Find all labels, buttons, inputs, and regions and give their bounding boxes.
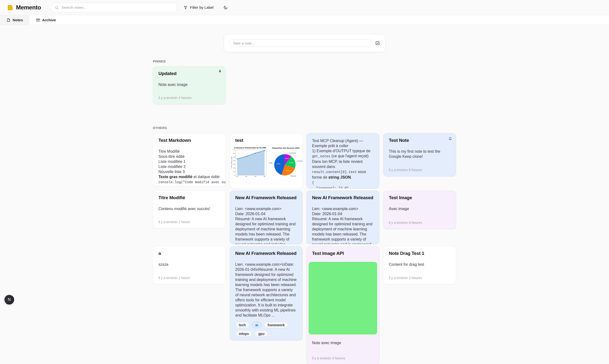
note-body: Contenu modifié avec succès! (158, 206, 220, 211)
notes-file-icon (7, 18, 10, 22)
note-body: szsza (158, 262, 220, 267)
tag-pill-framework[interactable]: framework (264, 322, 288, 328)
note-card-test-note[interactable]: Test Note This is my first note to test … (383, 133, 456, 176)
svg-text:Produits: Produits (269, 162, 272, 164)
svg-text:20.0%: 20.0% (289, 162, 293, 163)
pinned-section-label: PINNED (153, 60, 456, 63)
note-title: New AI Framework Released (312, 195, 374, 200)
svg-text:10: 10 (233, 171, 235, 172)
pin-icon[interactable] (218, 70, 222, 74)
svg-text:60: 60 (233, 153, 235, 154)
checkbox-icon (375, 41, 380, 46)
line-chart-image: 010203040506070Q1Q2Q3Q4Croissance Trimes… (231, 146, 268, 179)
app-title: Memento (16, 4, 41, 11)
note-tags: techaiframeworkmlopsgpu (235, 322, 297, 337)
svg-text:Répartition des Revenus 2024: Répartition des Revenus 2024 (272, 147, 299, 149)
filter-funnel-icon (184, 6, 188, 9)
tab-bar: Notes Archive (0, 15, 609, 25)
svg-text:Q2: Q2 (245, 176, 247, 177)
search-input[interactable] (61, 5, 173, 10)
svg-text:20: 20 (233, 167, 235, 169)
note-title: New AI Framework Released (235, 251, 297, 256)
tab-notes[interactable]: Notes (0, 15, 29, 25)
pie-chart-image: Répartition des Revenus 202445.0%Produit… (269, 146, 303, 179)
note-timestamp: il y a environ 1 heure (158, 217, 220, 224)
dark-mode-toggle[interactable] (223, 5, 228, 10)
tag-pill-ai[interactable]: ai (252, 322, 262, 328)
note-body: Note avec image (312, 340, 374, 345)
avatar-initial: N (8, 298, 11, 302)
note-card-drag-test[interactable]: Note Drag Test 1 Content for drag test i… (383, 246, 456, 284)
note-timestamp: il y a environ 6 heures (389, 165, 451, 172)
svg-text:Q1: Q1 (236, 176, 238, 177)
user-avatar[interactable]: N (4, 295, 14, 304)
search-box (51, 3, 177, 12)
svg-text:Licences: Licences (297, 160, 302, 162)
note-body: Test MCP Cleanup (Agent) — Exemple prêt … (312, 138, 374, 189)
note-card-a[interactable]: a szsza il y a environ 1 heure (153, 246, 226, 284)
note-timestamp: il y a environ 1 heure (158, 273, 220, 280)
note-title: a (158, 251, 220, 256)
note-card-updated[interactable]: Updated Note avec image il y a environ 4… (153, 66, 226, 104)
svg-text:70: 70 (233, 149, 235, 151)
note-title: Test Image API (312, 251, 374, 256)
note-card-test-markdown[interactable]: Test Markdown Titre ModifiéSous-titre éd… (153, 133, 226, 186)
tab-notes-label: Notes (13, 18, 23, 22)
note-attachments: 010203040506070Q1Q2Q3Q4Croissance Trimes… (231, 146, 301, 179)
svg-text:Q3: Q3 (255, 176, 256, 177)
svg-text:50: 50 (233, 156, 235, 158)
tag-pill-tech[interactable]: tech (235, 322, 249, 328)
note-title: Titre Modifié (158, 195, 220, 200)
note-timestamp: il y a environ 1 heure (235, 337, 297, 340)
filter-by-label-button[interactable]: Filter by Label (184, 5, 213, 10)
svg-text:Services: Services (290, 175, 296, 177)
note-body: Content for drag test (389, 262, 451, 267)
svg-text:Chiffre d'affaires (M€): Chiffre d'affaires (M€) (231, 156, 232, 169)
archive-box-icon (36, 18, 40, 22)
note-card-mcp-cleanup[interactable]: Test MCP Cleanup (Agent) — Exemple prêt … (306, 133, 379, 189)
pinned-grid: Updated Note avec image il y a environ 4… (153, 66, 456, 104)
note-title: test (235, 138, 297, 143)
note-title: Test Markdown (158, 138, 220, 143)
app-logo-note-icon (7, 4, 13, 11)
note-body: Titre ModifiéSous-titre éditéListe modif… (158, 149, 220, 185)
note-timestamp: il y a environ 4 heures (158, 92, 220, 100)
svg-text:40: 40 (233, 160, 235, 161)
others-section-label: OTHERS (153, 126, 456, 130)
note-card-test-image[interactable]: Test Image Avec image il y a environ 4 h… (383, 191, 456, 229)
note-card-test-charts[interactable]: test 010203040506070Q1Q2Q3Q4Croissance T… (230, 133, 303, 189)
note-card-titre-modifie[interactable]: Titre Modifié Contenu modifié avec succè… (153, 191, 226, 228)
note-body: Note avec image (158, 82, 220, 87)
note-body: Avec image (389, 206, 451, 211)
note-card-ai-framework-3[interactable]: New AI Framework Released Lien: <www.exa… (230, 246, 303, 340)
note-image-green (309, 262, 377, 335)
tab-archive-label: Archive (42, 18, 56, 22)
app-brand: Memento (7, 4, 41, 11)
note-title: New AI Framework Released (235, 195, 297, 200)
take-a-note-input[interactable] (230, 39, 370, 47)
svg-text:Consulting: Consulting (289, 152, 296, 154)
main-content: PINNED Updated Note avec image il y a en… (0, 34, 609, 364)
note-card-test-image-api[interactable]: Test Image API Note avec image il y a en… (306, 246, 379, 364)
tag-pill-mlops[interactable]: mlops (235, 330, 252, 337)
search-icon (55, 6, 59, 10)
moon-icon (223, 5, 228, 10)
svg-text:0: 0 (234, 174, 235, 176)
note-title: Updated (158, 71, 220, 76)
note-body: Lien: <www.example.com>Date: 2026-01-04R… (312, 206, 374, 244)
note-title: Test Note (389, 138, 451, 143)
others-grid: Test Markdown Titre ModifiéSous-titre éd… (153, 133, 456, 364)
new-checklist-button[interactable] (375, 41, 380, 46)
note-timestamp: il y a environ 4 heures (312, 353, 374, 360)
reminder-bell-icon[interactable] (448, 136, 452, 141)
note-card-ai-framework-2[interactable]: New AI Framework Released Lien: <www.exa… (306, 191, 379, 244)
svg-text:25.0%: 25.0% (286, 170, 290, 171)
tab-archive[interactable]: Archive (29, 15, 63, 25)
tag-pill-gpu[interactable]: gpu (255, 330, 268, 337)
svg-text:10.0%: 10.0% (285, 158, 289, 159)
note-title: Note Drag Test 1 (389, 251, 451, 256)
note-timestamp: il y a environ 2 heures (389, 273, 451, 280)
svg-text:Q4: Q4 (264, 176, 265, 177)
svg-text:45.0%: 45.0% (276, 163, 280, 165)
note-card-ai-framework-1[interactable]: New AI Framework Released Lien: <www.exa… (230, 191, 303, 244)
